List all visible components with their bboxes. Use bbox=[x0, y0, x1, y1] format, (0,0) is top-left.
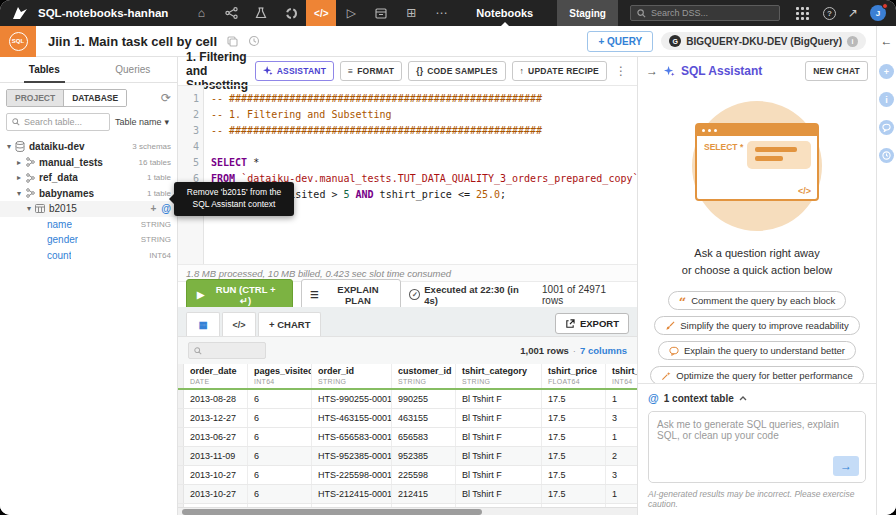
column-header-tshirt_quantity[interactable]: tshirt_quantityINT64 bbox=[606, 364, 637, 388]
table-cell[interactable]: Bl Tshirt F bbox=[456, 485, 542, 503]
tab-add-chart[interactable]: + CHART bbox=[258, 312, 321, 336]
new-chat-button[interactable]: NEW CHAT bbox=[805, 61, 868, 81]
dss-search-input[interactable]: Search DSS... bbox=[630, 5, 780, 21]
table-cell[interactable]: HTS-990255-0001 bbox=[312, 390, 392, 408]
copy-icon[interactable] bbox=[227, 36, 238, 47]
cell-menu-icon[interactable]: ⋮ bbox=[613, 64, 629, 78]
timeline-panel-icon[interactable] bbox=[879, 148, 894, 163]
column-header-tshirt_category[interactable]: tshirt_categorySTRING bbox=[456, 364, 542, 388]
columns-count-link[interactable]: 7 columns bbox=[580, 345, 627, 356]
tree-caret-icon[interactable]: ▾ bbox=[4, 142, 14, 151]
table-cell[interactable]: 2 bbox=[606, 447, 637, 465]
quick-action-chat[interactable]: Explain the query to understand better bbox=[658, 341, 856, 360]
table-cell[interactable]: 1 bbox=[606, 485, 637, 503]
jobs-icon[interactable]: ▷ bbox=[336, 0, 366, 26]
table-cell[interactable]: 6 bbox=[248, 390, 312, 408]
table-cell[interactable]: 3 bbox=[606, 409, 637, 427]
table-cell[interactable]: 17.5 bbox=[542, 447, 606, 465]
tree-label[interactable]: b2015 bbox=[49, 203, 77, 214]
tree-caret-icon[interactable]: ▸ bbox=[14, 158, 24, 167]
table-cell[interactable]: 990255 bbox=[392, 390, 456, 408]
table-cell[interactable]: 17.5 bbox=[542, 466, 606, 484]
add-query-button[interactable]: + QUERY bbox=[587, 31, 653, 52]
sort-select[interactable]: Table name ▾ bbox=[115, 117, 171, 127]
table-cell[interactable]: Bl Tshirt F bbox=[456, 428, 542, 446]
home-icon[interactable]: ⌂ bbox=[186, 0, 216, 26]
tab-queries[interactable]: Queries bbox=[89, 57, 178, 82]
table-cell[interactable]: 225598 bbox=[392, 466, 456, 484]
project-name[interactable]: SQL-notebooks-hanhan bbox=[38, 7, 168, 19]
table-cell[interactable]: 6 bbox=[248, 409, 312, 427]
tree-label[interactable]: gender bbox=[47, 234, 78, 245]
quick-action-quote[interactable]: “Comment the query by each block bbox=[668, 291, 847, 310]
table-row[interactable]: 2013-06-276HTS-656583-0001656583Bl Tshir… bbox=[178, 428, 637, 447]
toggle-project[interactable]: PROJECT bbox=[7, 90, 64, 106]
tree-label[interactable]: count bbox=[47, 250, 71, 261]
table-cell[interactable]: 2013-12-27 bbox=[184, 409, 248, 427]
table-cell[interactable]: 6 bbox=[248, 447, 312, 465]
tree-label[interactable]: babynames bbox=[39, 188, 94, 199]
tab-table-view[interactable]: ▦ bbox=[186, 312, 220, 336]
wiki-icon[interactable]: ⊞ bbox=[396, 0, 426, 26]
table-row[interactable]: 2013-10-276HTS-212415-0001212415Bl Tshir… bbox=[178, 485, 637, 504]
sql-editor[interactable]: 12345678 -- ############################… bbox=[178, 85, 637, 264]
table-cell[interactable]: 6 bbox=[248, 485, 312, 503]
table-cell[interactable]: 952385 bbox=[392, 447, 456, 465]
scrollbar-thumb[interactable] bbox=[182, 509, 482, 515]
tree-label[interactable]: name bbox=[47, 219, 72, 230]
refresh-icon[interactable]: ⟳ bbox=[161, 91, 171, 105]
add-panel-icon[interactable]: + bbox=[879, 64, 894, 79]
dataiku-logo-icon[interactable] bbox=[12, 6, 28, 20]
toggle-database[interactable]: DATABASE bbox=[64, 90, 126, 106]
more-icon[interactable]: ⋯ bbox=[426, 0, 456, 26]
code-samples-button[interactable]: {}CODE SAMPLES bbox=[408, 61, 505, 81]
horizontal-scrollbar[interactable] bbox=[178, 507, 637, 515]
table-cell[interactable]: 212415 bbox=[392, 485, 456, 503]
tree-item-b2015[interactable]: ▾b2015+@ bbox=[0, 201, 177, 217]
connection-info-icon[interactable]: i bbox=[847, 36, 858, 47]
table-cell[interactable]: 17.5 bbox=[542, 428, 606, 446]
tree-caret-icon[interactable]: ▸ bbox=[14, 173, 24, 182]
tree-item-ref_data[interactable]: ▸ref_data1 table bbox=[0, 170, 177, 186]
column-header-pages_visited[interactable]: pages_visitedINT64 bbox=[248, 364, 312, 388]
table-cell[interactable]: 17.5 bbox=[542, 485, 606, 503]
table-cell[interactable]: 1 bbox=[606, 390, 637, 408]
details-panel-icon[interactable]: i bbox=[879, 92, 894, 107]
table-cell[interactable]: Bl Tshirt F bbox=[456, 409, 542, 427]
table-cell[interactable]: 2013-08-28 bbox=[184, 390, 248, 408]
lab-icon[interactable] bbox=[246, 0, 276, 26]
history-icon[interactable] bbox=[248, 35, 260, 47]
table-cell[interactable]: 6 bbox=[248, 466, 312, 484]
column-header-customer_id[interactable]: customer_idSTRING bbox=[392, 364, 456, 388]
apps-grid-icon[interactable] bbox=[796, 7, 809, 20]
table-cell[interactable]: 3 bbox=[606, 466, 637, 484]
usage-icon[interactable]: ↗ bbox=[848, 6, 858, 20]
table-row[interactable]: 2013-10-276HTS-225598-0001225598Bl Tshir… bbox=[178, 466, 637, 485]
tree-item-name[interactable]: nameSTRING bbox=[0, 217, 177, 233]
sql-code[interactable]: -- #####################################… bbox=[204, 86, 637, 264]
table-cell[interactable]: HTS-656583-0001 bbox=[312, 428, 392, 446]
tree-caret-icon[interactable]: ▾ bbox=[24, 204, 34, 213]
catalog-icon[interactable] bbox=[276, 0, 306, 26]
table-search-input[interactable]: Search table... bbox=[6, 113, 110, 131]
table-cell[interactable]: 1 bbox=[606, 428, 637, 446]
table-cell[interactable]: HTS-463155-0001 bbox=[312, 409, 392, 427]
column-header-order_date[interactable]: order_dateDATE bbox=[184, 364, 248, 388]
table-row[interactable]: 2013-08-286HTS-990255-0001990255Bl Tshir… bbox=[178, 390, 637, 409]
table-cell[interactable]: HTS-225598-0001 bbox=[312, 466, 392, 484]
tab-raw-view[interactable]: </> bbox=[222, 312, 256, 336]
table-row[interactable]: 2013-11-096HTS-952385-0001952385Bl Tshir… bbox=[178, 447, 637, 466]
table-cell[interactable]: 2013-10-27 bbox=[184, 485, 248, 503]
env-badge[interactable]: Staging bbox=[557, 0, 618, 26]
table-cell[interactable]: 656583 bbox=[392, 428, 456, 446]
explain-plan-button[interactable]: ☰EXPLAIN PLAN bbox=[301, 279, 401, 311]
table-cell[interactable]: Bl Tshirt F bbox=[456, 447, 542, 465]
tree-item-babynames[interactable]: ▾babynames1 table bbox=[0, 186, 177, 202]
export-button[interactable]: EXPORT bbox=[555, 313, 629, 334]
context-table-toggle[interactable]: @ 1 context table bbox=[648, 392, 866, 404]
table-cell[interactable]: Bl Tshirt F bbox=[456, 390, 542, 408]
tree-item-dataiku-dev[interactable]: ▾dataiku-dev3 schemas bbox=[0, 139, 177, 155]
assistant-context-icon[interactable]: @ bbox=[161, 203, 171, 214]
table-cell[interactable]: 2013-11-09 bbox=[184, 447, 248, 465]
column-header-tshirt_price[interactable]: tshirt_priceFLOAT64 bbox=[542, 364, 606, 388]
